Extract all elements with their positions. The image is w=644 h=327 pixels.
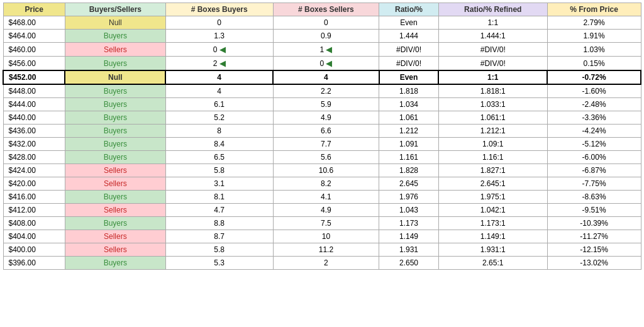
cell-boxes-sellers: 5.6 <box>273 151 379 164</box>
cell-from-price: -0.72% <box>547 70 641 84</box>
cell-boxes-buyers: 8.7 <box>165 230 273 243</box>
cell-from-price: -7.75% <box>547 177 641 191</box>
cell-buyers-sellers: Null <box>65 70 165 84</box>
cell-boxes-buyers: 5.8 <box>165 164 273 177</box>
cell-boxes-sellers: 1 ◀ <box>273 43 379 57</box>
cell-boxes-buyers: 4 <box>165 70 273 84</box>
cell-ratio: 1.976 <box>379 191 439 204</box>
cell-boxes-sellers: 10.6 <box>273 164 379 177</box>
cell-ratio: 1.818 <box>379 84 439 98</box>
cell-ratio: Even <box>379 70 439 84</box>
cell-buyers-sellers: Sellers <box>65 177 165 191</box>
cell-buyers-sellers: Sellers <box>65 164 165 177</box>
cell-boxes-buyers: 0 <box>165 16 273 30</box>
cell-ratio: Even <box>379 16 439 30</box>
cell-price: $436.00 <box>3 125 65 138</box>
cell-ratio: 1.043 <box>379 204 439 217</box>
cell-price: $420.00 <box>3 177 65 191</box>
cell-boxes-sellers: 8.2 <box>273 177 379 191</box>
cell-boxes-sellers: 4.1 <box>273 191 379 204</box>
cell-from-price: -13.02% <box>547 257 641 270</box>
cell-price: $432.00 <box>3 138 65 151</box>
cell-price: $464.00 <box>3 30 65 43</box>
cell-boxes-buyers: 4 <box>165 84 273 98</box>
cell-ratio-refined: 1.931:1 <box>438 243 547 257</box>
cell-ratio-refined: 1.09:1 <box>438 138 547 151</box>
cell-ratio-refined: 1.818:1 <box>438 84 547 98</box>
cell-boxes-buyers: 5.2 <box>165 111 273 125</box>
cell-price: $408.00 <box>3 217 65 230</box>
cell-from-price: 2.79% <box>547 16 641 30</box>
cell-boxes-sellers: 7.5 <box>273 217 379 230</box>
cell-price: $404.00 <box>3 230 65 243</box>
cell-boxes-buyers: 8 <box>165 125 273 138</box>
cell-buyers-sellers: Buyers <box>65 57 165 71</box>
col-header-boxes-sellers: # Boxes Sellers <box>273 3 379 16</box>
cell-ratio: 1.091 <box>379 138 439 151</box>
cell-ratio-refined: #DIV/0! <box>438 43 547 57</box>
cell-ratio-refined: 1.061:1 <box>438 111 547 125</box>
cell-from-price: 0.15% <box>547 57 641 71</box>
cell-from-price: -5.12% <box>547 138 641 151</box>
cell-price: $460.00 <box>3 43 65 57</box>
cell-buyers-sellers: Null <box>65 16 165 30</box>
cell-boxes-sellers: 5.9 <box>273 98 379 111</box>
cell-buyers-sellers: Buyers <box>65 138 165 151</box>
cell-from-price: -9.51% <box>547 204 641 217</box>
cell-ratio-refined: 1.827:1 <box>438 164 547 177</box>
col-header-ratio-refined: Ratio/% Refined <box>438 3 547 16</box>
cell-ratio-refined: 1.149:1 <box>438 230 547 243</box>
cell-ratio-refined: 1:1 <box>438 16 547 30</box>
cell-boxes-sellers: 0 <box>273 16 379 30</box>
cell-buyers-sellers: Buyers <box>65 30 165 43</box>
cell-ratio-refined: 1.042:1 <box>438 204 547 217</box>
cell-ratio-refined: 1.212:1 <box>438 125 547 138</box>
cell-boxes-buyers: 3.1 <box>165 177 273 191</box>
cell-from-price: 1.91% <box>547 30 641 43</box>
cell-boxes-buyers: 2 ◀ <box>165 57 273 71</box>
cell-boxes-sellers: 4.9 <box>273 111 379 125</box>
cell-from-price: -6.00% <box>547 151 641 164</box>
cell-from-price: -12.15% <box>547 243 641 257</box>
cell-buyers-sellers: Buyers <box>65 257 165 270</box>
cell-ratio-refined: 1:1 <box>438 70 547 84</box>
cell-buyers-sellers: Buyers <box>65 217 165 230</box>
cell-price: $440.00 <box>3 111 65 125</box>
cell-buyers-sellers: Buyers <box>65 151 165 164</box>
cell-boxes-buyers: 6.5 <box>165 151 273 164</box>
cell-boxes-buyers: 8.4 <box>165 138 273 151</box>
cell-ratio: #DIV/0! <box>379 43 439 57</box>
cell-ratio-refined: 2.65:1 <box>438 257 547 270</box>
cell-from-price: -6.87% <box>547 164 641 177</box>
cell-ratio: 2.645 <box>379 177 439 191</box>
cell-ratio-refined: 1.033:1 <box>438 98 547 111</box>
cell-price: $444.00 <box>3 98 65 111</box>
cell-buyers-sellers: Sellers <box>65 204 165 217</box>
cell-from-price: -10.39% <box>547 217 641 230</box>
col-header-ratio: Ratio/% <box>379 3 439 16</box>
cell-price: $448.00 <box>3 84 65 98</box>
cell-boxes-buyers: 5.3 <box>165 257 273 270</box>
cell-ratio: 1.931 <box>379 243 439 257</box>
cell-boxes-sellers: 0 ◀ <box>273 57 379 71</box>
cell-ratio-refined: 1.173:1 <box>438 217 547 230</box>
cell-price: $428.00 <box>3 151 65 164</box>
cell-price: $452.00 <box>3 70 65 84</box>
cell-ratio: 1.212 <box>379 125 439 138</box>
col-header-buyers-sellers: Buyers/Sellers <box>65 3 165 16</box>
cell-ratio-refined: #DIV/0! <box>438 57 547 71</box>
cell-boxes-buyers: 8.8 <box>165 217 273 230</box>
cell-boxes-sellers: 4.9 <box>273 204 379 217</box>
cell-boxes-buyers: 1.3 <box>165 30 273 43</box>
cell-boxes-sellers: 11.2 <box>273 243 379 257</box>
cell-ratio: 1.173 <box>379 217 439 230</box>
cell-price: $456.00 <box>3 57 65 71</box>
cell-from-price: -3.36% <box>547 111 641 125</box>
cell-price: $424.00 <box>3 164 65 177</box>
cell-ratio-refined: 1.444:1 <box>438 30 547 43</box>
cell-buyers-sellers: Buyers <box>65 191 165 204</box>
cell-from-price: -8.63% <box>547 191 641 204</box>
cell-price: $416.00 <box>3 191 65 204</box>
cell-boxes-sellers: 0.9 <box>273 30 379 43</box>
cell-boxes-buyers: 8.1 <box>165 191 273 204</box>
